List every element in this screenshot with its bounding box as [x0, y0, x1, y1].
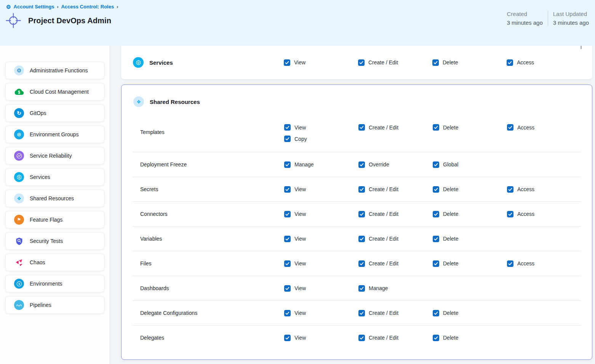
checkbox-checked-icon[interactable]	[358, 236, 365, 242]
checkbox-checked-icon[interactable]	[284, 310, 291, 316]
permission-cell: Delete	[433, 260, 507, 267]
checkbox-checked-icon[interactable]	[284, 285, 291, 292]
checkbox-checked-icon[interactable]	[433, 260, 439, 267]
breadcrumb-account-settings[interactable]: Account Settings	[14, 4, 54, 10]
sidebar-item-environments[interactable]: $Environments	[5, 275, 104, 292]
permission-view[interactable]: View	[284, 124, 358, 131]
services-permissions: ViewCreate / EditDeleteAccess	[284, 59, 581, 66]
service-reliability-icon	[14, 151, 24, 161]
permission-access[interactable]: Access	[507, 211, 581, 217]
sidebar-item-pipelines[interactable]: Pipelines	[5, 296, 104, 314]
permission-global[interactable]: Global	[433, 161, 507, 168]
checkbox-checked-icon[interactable]	[358, 59, 365, 66]
permission-view[interactable]: View	[284, 59, 358, 66]
permission-delete[interactable]: Delete	[433, 335, 507, 341]
permission-view[interactable]: View	[284, 211, 358, 217]
sidebar-item-shared-resources[interactable]: ❖Shared Resources	[5, 190, 104, 207]
permission-cell: Create / Edit	[358, 260, 433, 267]
sidebar-item-environment-groups[interactable]: ⊛Environment Groups	[5, 126, 104, 143]
permission-access[interactable]: Access	[507, 260, 581, 267]
sidebar-item-service-reliability[interactable]: Service Reliability	[5, 147, 104, 164]
permission-create-edit[interactable]: Create / Edit	[358, 59, 432, 66]
permission-access[interactable]: Access	[507, 186, 581, 193]
sidebar-item-gitops[interactable]: ↻GitOps	[5, 104, 104, 122]
checkbox-checked-icon[interactable]	[358, 186, 365, 193]
checkbox-checked-icon[interactable]	[284, 236, 291, 242]
checkbox-checked-icon[interactable]	[433, 124, 439, 131]
resource-name: Connectors	[132, 211, 284, 217]
checkbox-checked-icon[interactable]	[358, 161, 365, 168]
checkbox-checked-icon[interactable]	[358, 285, 365, 292]
resource-name: Delegates	[132, 335, 284, 341]
checkbox-checked-icon[interactable]	[358, 260, 365, 267]
checkbox-checked-icon[interactable]	[358, 310, 365, 316]
permission-create-edit[interactable]: Create / Edit	[358, 124, 433, 131]
permission-cell: Create / Edit	[358, 335, 433, 341]
permission-delete[interactable]: Delete	[433, 211, 507, 217]
checkbox-checked-icon[interactable]	[507, 124, 513, 131]
permission-create-edit[interactable]: Create / Edit	[358, 310, 433, 316]
permission-access[interactable]: Access	[507, 59, 581, 66]
checkbox-checked-icon[interactable]	[358, 124, 365, 131]
checkbox-checked-icon[interactable]	[284, 136, 291, 142]
checkbox-checked-icon[interactable]	[433, 236, 439, 242]
permission-create-edit[interactable]: Create / Edit	[358, 335, 433, 341]
checkbox-checked-icon[interactable]	[433, 211, 439, 217]
checkbox-checked-icon[interactable]	[358, 335, 365, 341]
permission-create-edit[interactable]: Create / Edit	[358, 186, 433, 193]
checkbox-checked-icon[interactable]	[284, 59, 290, 66]
permission-manage[interactable]: Manage	[358, 285, 433, 292]
checkbox-checked-icon[interactable]	[507, 211, 513, 217]
permission-manage[interactable]: Manage	[284, 161, 358, 168]
permission-create-edit[interactable]: Create / Edit	[358, 211, 433, 217]
permission-delete[interactable]: Delete	[433, 310, 507, 316]
checkbox-checked-icon[interactable]	[358, 211, 365, 217]
sidebar-item-cloud-cost-management[interactable]: $Cloud Cost Management	[5, 83, 104, 101]
permission-override[interactable]: Override	[358, 161, 433, 168]
permission-delete[interactable]: Delete	[433, 236, 507, 242]
scrollbar-thumb[interactable]	[581, 46, 582, 49]
checkbox-checked-icon[interactable]	[284, 260, 291, 267]
sidebar-item-services[interactable]: Services	[5, 168, 104, 186]
permission-create-edit[interactable]: Create / Edit	[358, 260, 433, 267]
permission-create-edit[interactable]: Create / Edit	[358, 236, 433, 242]
permission-access[interactable]: Access	[507, 124, 581, 131]
security-tests-icon	[14, 236, 24, 246]
permission-view[interactable]: View	[284, 236, 358, 242]
permission-copy[interactable]: Copy	[284, 136, 358, 142]
checkbox-checked-icon[interactable]	[507, 260, 513, 267]
permission-label: Access	[517, 186, 534, 192]
checkbox-checked-icon[interactable]	[284, 335, 291, 341]
permission-view[interactable]: View	[284, 186, 358, 193]
checkbox-checked-icon[interactable]	[507, 59, 513, 66]
checkbox-checked-icon[interactable]	[284, 186, 291, 193]
resource-row-variables: VariablesViewCreate / EditDelete	[132, 226, 581, 251]
checkbox-checked-icon[interactable]	[433, 186, 439, 193]
sidebar-item-security-tests[interactable]: Security Tests	[5, 232, 104, 250]
sidebar-item-label: GitOps	[30, 110, 46, 116]
checkbox-checked-icon[interactable]	[284, 124, 291, 131]
permission-delete[interactable]: Delete	[432, 59, 507, 66]
checkbox-checked-icon[interactable]	[284, 211, 291, 217]
sidebar-item-feature-flags[interactable]: ⚑Feature Flags	[5, 211, 104, 228]
breadcrumb-access-control-roles[interactable]: Access Control: Roles	[61, 4, 114, 10]
permission-view[interactable]: View	[284, 335, 358, 341]
checkbox-checked-icon[interactable]	[284, 161, 291, 168]
permission-view[interactable]: View	[284, 285, 358, 292]
permission-label: View	[294, 125, 306, 131]
permission-delete[interactable]: Delete	[433, 186, 507, 193]
permission-delete[interactable]: Delete	[433, 260, 507, 267]
permission-view[interactable]: View	[284, 260, 358, 267]
checkbox-checked-icon[interactable]	[433, 310, 439, 316]
permission-view[interactable]: View	[284, 310, 358, 316]
checkbox-checked-icon[interactable]	[507, 186, 513, 193]
permission-label: Delete	[443, 335, 458, 341]
sidebar-item-chaos[interactable]: Chaos	[5, 254, 104, 271]
sidebar-item-administrative-functions[interactable]: ⚙Administrative Functions	[5, 62, 104, 79]
role-meta: Created 3 minutes ago Last Updated 3 min…	[507, 11, 589, 26]
permission-delete[interactable]: Delete	[433, 124, 507, 131]
checkbox-checked-icon[interactable]	[432, 59, 439, 66]
checkbox-checked-icon[interactable]	[433, 161, 439, 168]
checkbox-checked-icon[interactable]	[433, 335, 439, 341]
svg-text:$: $	[18, 90, 20, 94]
